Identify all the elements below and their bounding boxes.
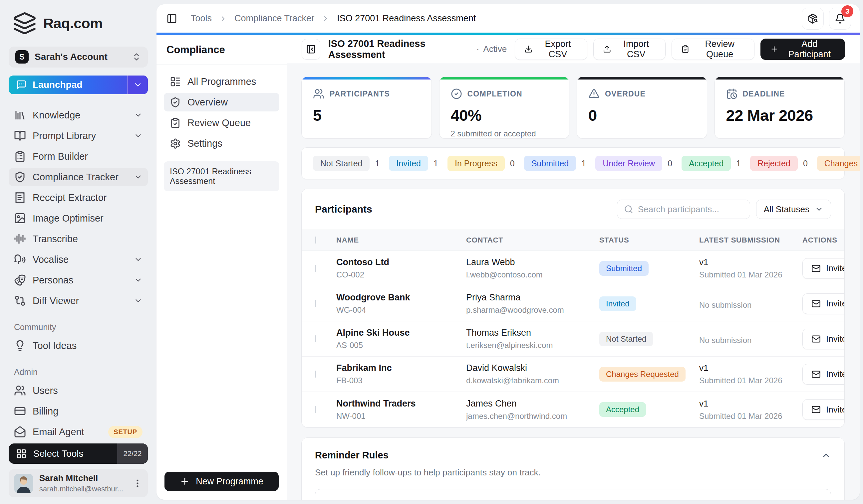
chevron-down-icon	[134, 131, 142, 140]
invite-button[interactable]: Invite	[802, 258, 845, 279]
select-tools-count: 22/22	[117, 443, 148, 464]
stat-value: 5	[313, 106, 420, 125]
launchpad-button[interactable]: Launchpad	[9, 76, 148, 94]
sidebar-item-image-optimiser[interactable]: Image Optimiser	[9, 209, 148, 227]
account-switcher[interactable]: S Sarah's Account	[9, 47, 148, 67]
receipt-icon	[14, 192, 26, 204]
column-header-contact: CONTACT	[466, 236, 599, 245]
stat-value: 0	[588, 106, 696, 125]
library-icon	[14, 109, 26, 121]
download-icon	[524, 44, 533, 54]
sidebar-item-form-builder[interactable]: Form Builder	[9, 147, 148, 165]
stat-accent-bar	[302, 77, 432, 79]
select-all-checkbox[interactable]	[315, 236, 316, 244]
sidebar-nav: Knowledge Prompt Library Form Builder Co…	[9, 106, 148, 443]
stat-label: DEADLINE	[743, 90, 785, 99]
stat-accent-bar	[577, 77, 707, 79]
status-pill: Changes Requested	[817, 156, 860, 171]
page-status: ·Active	[476, 44, 507, 54]
launchpad-expand-button[interactable]	[127, 76, 148, 94]
stat-card-overdue: OVERDUE 0	[577, 77, 707, 139]
add-participant-button[interactable]: Add Participant	[761, 39, 845, 60]
invite-button[interactable]: Invite	[802, 329, 845, 349]
row-checkbox[interactable]	[315, 371, 316, 378]
panel-item-review-queue[interactable]: Review Queue	[164, 114, 279, 132]
search-participants-input[interactable]	[638, 204, 743, 215]
submission-date: No submission	[699, 300, 802, 310]
sidebar-item-label: Image Optimiser	[33, 213, 103, 224]
plus-icon	[770, 44, 778, 54]
sidebar-item-vocalise[interactable]: Vocalise	[9, 250, 148, 269]
contact-email: t.eriksen@alpineski.com	[466, 341, 599, 350]
ellipsis-vertical-icon	[133, 478, 142, 488]
export-csv-button[interactable]: Export CSV	[515, 39, 587, 60]
primary-sidebar: Raq.com S Sarah's Account Launchpad Know…	[0, 0, 157, 504]
sidebar-item-compliance-tracker[interactable]: Compliance Tracker	[9, 168, 148, 186]
status-badge: Submitted	[599, 261, 649, 276]
panel-item-settings[interactable]: Settings	[164, 134, 279, 153]
sidebar-toggle-button[interactable]	[166, 13, 177, 24]
sidebar-item-prompt-library[interactable]: Prompt Library	[9, 127, 148, 145]
invite-button[interactable]: Invite	[802, 364, 845, 385]
stat-label: COMPLETION	[467, 90, 522, 99]
stat-label: PARTICIPANTS	[329, 90, 390, 99]
sidebar-item-diff-viewer[interactable]: Diff Viewer	[9, 292, 148, 310]
page-content: PARTICIPANTS 5 COMPLETION	[287, 63, 860, 500]
user-menu-button[interactable]	[133, 478, 142, 488]
panel-item-overview[interactable]: Overview	[164, 93, 279, 112]
sidebar-item-personas[interactable]: Personas	[9, 271, 148, 289]
sidebar-item-transcribe[interactable]: Transcribe	[9, 230, 148, 248]
search-participants-box	[617, 199, 750, 219]
invite-label: Invite	[826, 334, 845, 344]
mail-open-icon	[14, 426, 26, 438]
panel-item-all-programmes[interactable]: All Programmes	[164, 72, 279, 91]
select-tools-button[interactable]: Select Tools 22/22	[9, 443, 148, 464]
sidebar-item-billing[interactable]: Billing	[9, 402, 148, 420]
participant-code: CO-002	[336, 270, 466, 280]
table-row: Alpine Ski HouseAS-005 Thomas Eriksent.e…	[302, 321, 845, 357]
breadcrumb: Tools Compliance Tracker ISO 27001 Readi…	[191, 13, 476, 24]
sidebar-item-users[interactable]: Users	[9, 382, 148, 400]
new-programme-button[interactable]: New Programme	[164, 472, 279, 491]
invite-label: Invite	[826, 298, 845, 309]
breadcrumb-compliance-tracker[interactable]: Compliance Tracker	[234, 13, 314, 24]
invite-button[interactable]: Invite	[802, 294, 845, 314]
sidebar-item-tool-ideas[interactable]: Tool Ideas	[9, 337, 148, 354]
programme-item[interactable]: ISO 27001 Readiness Assessment	[164, 161, 279, 191]
row-checkbox[interactable]	[315, 265, 316, 272]
status-filter-label: All Statuses	[764, 204, 809, 215]
package-search-button[interactable]	[802, 8, 824, 30]
sidebar-item-receipt-extractor[interactable]: Receipt Extractor	[9, 189, 148, 207]
compliance-panel: Compliance All Programmes Overview Revie…	[157, 35, 287, 500]
stat-value: 40%	[451, 106, 558, 125]
sidebar-item-knowledge[interactable]: Knowledge	[9, 106, 148, 124]
review-queue-button[interactable]: Review Queue	[672, 39, 754, 60]
sidebar-item-label: Users	[33, 385, 58, 396]
row-checkbox[interactable]	[315, 300, 316, 307]
invite-button[interactable]: Invite	[802, 399, 845, 420]
status-filter-select[interactable]: All Statuses	[756, 199, 831, 219]
row-checkbox[interactable]	[315, 335, 316, 342]
notifications-button[interactable]: 3	[829, 8, 851, 30]
table-row: Fabrikam IncFB-003 David Kowalskid.kowal…	[302, 357, 845, 392]
admin-section-label: Admin	[14, 367, 148, 377]
breadcrumb-tools[interactable]: Tools	[191, 13, 212, 24]
user-card[interactable]: Sarah Mitchell sarah.mitchell@westbur...	[9, 469, 148, 497]
circle-check-icon	[451, 88, 462, 100]
layout-list-icon	[170, 76, 181, 87]
sidebar-item-label: Knowledge	[33, 110, 80, 121]
sidebar-item-label: Vocalise	[33, 254, 68, 265]
collapse-section-button[interactable]	[821, 450, 831, 461]
participant-name: Alpine Ski House	[336, 328, 466, 338]
invite-label: Invite	[826, 369, 845, 379]
setup-badge: SETUP	[108, 426, 142, 438]
reminder-rules-subtitle: Set up friendly follow-ups to help parti…	[315, 467, 831, 478]
add-participant-label: Add Participant	[784, 39, 835, 60]
status-count: 1	[736, 159, 741, 168]
import-csv-button[interactable]: Import CSV	[593, 39, 665, 60]
row-checkbox[interactable]	[315, 406, 316, 413]
sidebar-item-email-agent[interactable]: Email Agent SETUP	[9, 423, 148, 441]
panel-collapse-button[interactable]	[302, 39, 320, 60]
mail-icon	[811, 299, 821, 308]
contact-email: p.sharma@woodgrove.com	[466, 306, 599, 315]
